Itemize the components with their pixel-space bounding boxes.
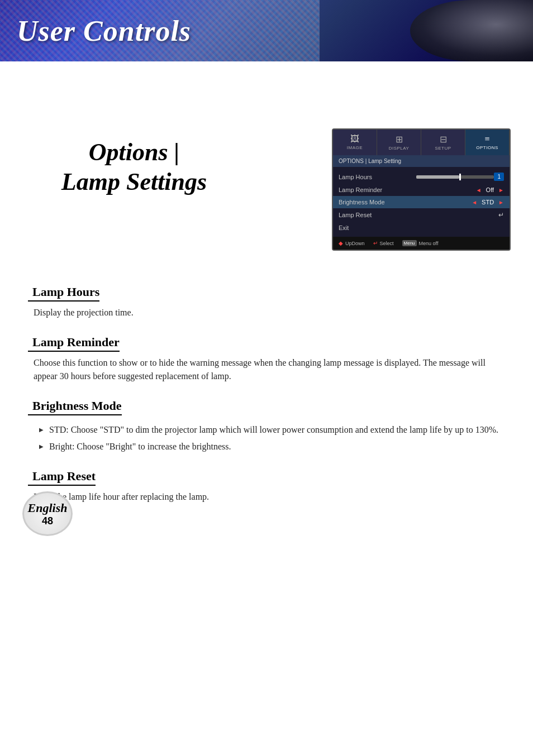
doc-section-lamp-reset: Lamp Reset Reset the lamp life hour afte… <box>28 469 505 504</box>
options-tab-label: OPTIONS <box>476 145 498 150</box>
menu-icon: Menu <box>402 240 417 246</box>
lamp-reset-enter-icon: ↵ <box>498 211 504 219</box>
osd-lamp-hours: Lamp Hours 1 <box>333 170 510 184</box>
header: User Controls <box>0 0 533 61</box>
lamp-hours-value: 1 <box>494 173 504 181</box>
osd-menu-items: Lamp Hours 1 Lamp Reminder ◄ Off ► <box>333 167 510 237</box>
osd-footer: ◆ UpDown ↵ Select Menu Menu off <box>333 237 510 250</box>
osd-panel: 🖼 IMAGE ⊞ DISPLAY ⊟ SETUP ≡ OPTIONS OPTI… <box>332 128 511 251</box>
brightness-mode-heading: Brightness Mode <box>28 399 122 415</box>
lamp-hours-heading: Lamp Hours <box>28 285 99 302</box>
exit-label: Exit <box>339 224 504 231</box>
brightness-mode-bullet-bright: Bright: Choose "Bright" to increase the … <box>39 440 505 453</box>
osd-tab-image[interactable]: 🖼 IMAGE <box>333 130 377 155</box>
lamp-hours-text: Display the projection time. <box>28 306 505 319</box>
lamp-hours-slider <box>416 175 494 179</box>
lamp-reminder-arrow-left: ◄ <box>476 187 482 193</box>
osd-lamp-reset: Lamp Reset ↵ <box>333 208 510 222</box>
section-title: Options | Lamp Settings <box>61 138 207 197</box>
brightness-mode-arrow-right: ► <box>498 199 504 205</box>
doc-section-lamp-reminder: Lamp Reminder Choose this function to sh… <box>28 335 505 383</box>
doc-section-lamp-hours: Lamp Hours Display the projection time. <box>28 285 505 319</box>
osd-brightness-mode: Brightness Mode ◄ STD ► <box>333 196 510 208</box>
brightness-mode-bullet-std: STD: Choose "STD" to dim the projector l… <box>39 423 505 437</box>
updown-label: UpDown <box>345 241 365 246</box>
footer-language: English <box>28 501 68 515</box>
updown-icon: ◆ <box>339 240 343 246</box>
footer-page-number: 48 <box>42 515 53 527</box>
image-tab-label: IMAGE <box>347 145 363 150</box>
lamp-reminder-text: Choose this function to show or to hide … <box>28 356 505 383</box>
menuoff-label: Menu off <box>419 241 439 246</box>
lamp-reset-text: Reset the lamp life hour after replacing… <box>28 490 505 504</box>
lamp-reset-heading: Lamp Reset <box>28 469 96 486</box>
section-title-area: Options | Lamp Settings <box>0 61 268 274</box>
page-body: Options | Lamp Settings 🖼 IMAGE ⊞ DISPLA… <box>0 61 533 547</box>
osd-lamp-reminder: Lamp Reminder ◄ Off ► <box>333 184 510 196</box>
setup-tab-label: SETUP <box>435 146 451 151</box>
select-label: Select <box>380 241 394 246</box>
lamp-reminder-label: Lamp Reminder <box>339 186 476 193</box>
page-title: User Controls <box>0 15 191 47</box>
osd-tabs: 🖼 IMAGE ⊞ DISPLAY ⊟ SETUP ≡ OPTIONS <box>333 130 510 155</box>
lamp-hours-label: Lamp Hours <box>339 174 416 180</box>
lamp-reminder-arrow-right: ► <box>498 187 504 193</box>
lamp-reminder-heading: Lamp Reminder <box>28 335 120 352</box>
select-icon: ↵ <box>373 240 378 246</box>
osd-footer-select: ↵ Select <box>373 240 394 246</box>
doc-section-brightness-mode: Brightness Mode STD: Choose "STD" to dim… <box>28 399 505 453</box>
osd-tab-display[interactable]: ⊞ DISPLAY <box>377 130 421 155</box>
brightness-mode-value: STD <box>482 199 494 205</box>
display-tab-icon: ⊞ <box>396 134 403 145</box>
osd-footer-menuoff: Menu Menu off <box>402 240 439 246</box>
image-tab-icon: 🖼 <box>350 134 359 144</box>
brightness-mode-arrow-left: ◄ <box>472 199 477 205</box>
brightness-mode-bullets: STD: Choose "STD" to dim the projector l… <box>28 423 505 453</box>
osd-exit: Exit <box>333 222 510 234</box>
doc-content: Lamp Hours Display the projection time. … <box>0 274 533 547</box>
lamp-hours-slider-thumb <box>459 174 461 180</box>
options-tab-icon: ≡ <box>484 134 489 144</box>
footer-badge: English 48 <box>22 491 73 536</box>
header-lens-decoration <box>410 0 533 61</box>
setup-tab-icon: ⊟ <box>440 134 447 145</box>
osd-breadcrumb: OPTIONS | Lamp Setting <box>333 155 510 167</box>
osd-footer-updown: ◆ UpDown <box>339 240 365 246</box>
brightness-mode-label: Brightness Mode <box>339 199 472 205</box>
lamp-reminder-value: Off <box>486 186 494 193</box>
osd-tab-setup[interactable]: ⊟ SETUP <box>421 130 465 155</box>
lamp-hours-slider-track <box>416 175 494 179</box>
lamp-hours-slider-fill <box>416 175 459 179</box>
display-tab-label: DISPLAY <box>389 146 410 151</box>
top-area: Options | Lamp Settings 🖼 IMAGE ⊞ DISPLA… <box>0 61 533 274</box>
osd-tab-options[interactable]: ≡ OPTIONS <box>465 130 510 155</box>
lamp-reset-label: Lamp Reset <box>339 212 498 218</box>
